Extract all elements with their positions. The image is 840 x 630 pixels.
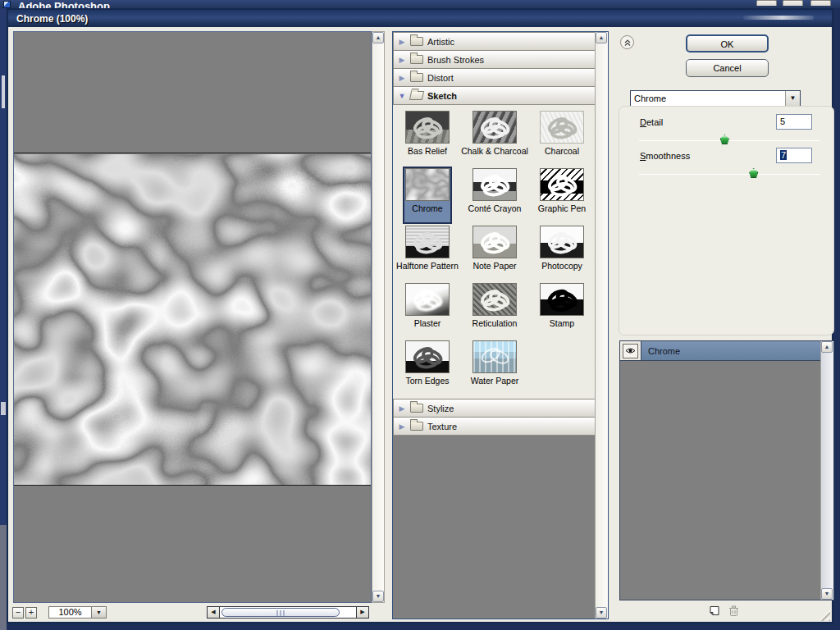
filter-thumb-bas-relief[interactable]: Bas Relief — [403, 109, 452, 167]
new-effect-layer-icon — [708, 605, 720, 617]
collapsed-arrow-icon: ▶ — [398, 74, 406, 82]
filter-list-scrollbar[interactable]: ▲ ▼ — [595, 32, 608, 619]
zoom-level-field[interactable]: 100% — [48, 606, 92, 619]
preview-canvas-margin-top — [14, 32, 371, 153]
ok-button[interactable]: OK — [686, 34, 769, 52]
folder-icon — [410, 422, 423, 431]
smoothness-label: Smoothness — [640, 151, 690, 161]
dialog-titlebar[interactable]: Chrome (100%) — [8, 10, 832, 27]
close-button[interactable] — [810, 0, 831, 6]
detail-slider-thumb[interactable] — [720, 135, 729, 144]
filter-thumb-graphic-pen[interactable]: Graphic Pen — [536, 167, 588, 224]
filter-thumb-water-paper[interactable]: Water Paper — [468, 339, 522, 396]
detail-label: Detail — [640, 117, 663, 127]
category-texture[interactable]: ▶ Texture — [393, 417, 596, 436]
detail-slider[interactable] — [639, 133, 820, 144]
filter-thumb-chrome-selected[interactable]: Chrome — [403, 167, 452, 224]
scroll-up-icon[interactable]: ▲ — [596, 32, 607, 43]
collapsed-arrow-icon: ▶ — [398, 38, 406, 46]
category-sketch[interactable]: ▼ Sketch — [393, 86, 596, 105]
folder-icon — [410, 73, 423, 82]
filter-thumb-stamp[interactable]: Stamp — [537, 281, 587, 339]
collapse-panel-button[interactable] — [620, 35, 634, 49]
scroll-down-icon[interactable]: ▼ — [372, 591, 384, 602]
parent-window-edge — [0, 8, 7, 630]
detail-value-field[interactable]: 5 — [776, 114, 812, 130]
preview-vertical-scrollbar[interactable]: ▲ ▼ — [372, 31, 385, 603]
effect-layer-row-chrome[interactable]: Chrome — [620, 341, 833, 361]
open-folder-icon — [409, 91, 424, 100]
collapsed-arrow-icon: ▶ — [398, 422, 406, 431]
chrome-filter-preview-image — [14, 154, 371, 485]
filter-preview[interactable] — [13, 31, 372, 603]
effect-layers-scrollbar[interactable]: ▲ ▼ — [820, 341, 833, 600]
filter-gallery-dialog: Chrome (100%) ▲ ▼ − + 100% ▼ ◀ — [7, 8, 833, 623]
horizontal-scrollbar-thumb[interactable] — [221, 608, 340, 617]
double-chevron-up-icon — [623, 39, 632, 47]
collapsed-arrow-icon: ▶ — [398, 56, 406, 64]
zoom-out-button[interactable]: − — [12, 607, 24, 619]
category-stylize[interactable]: ▶ Stylize — [393, 399, 596, 418]
photoshop-app-icon — [3, 1, 11, 8]
scroll-up-icon[interactable]: ▲ — [372, 32, 384, 43]
parent-window-title: Adobe Photoshop — [18, 1, 110, 8]
filter-thumb-plaster[interactable]: Plaster — [403, 281, 452, 339]
filter-thumb-torn-edges[interactable]: Torn Edges — [403, 339, 452, 396]
dropdown-arrow-icon[interactable]: ▼ — [785, 91, 800, 107]
scroll-up-icon[interactable]: ▲ — [821, 341, 833, 353]
collapsed-arrow-icon: ▶ — [398, 404, 406, 413]
zoom-in-button[interactable]: + — [25, 607, 37, 619]
layer-visibility-toggle[interactable] — [623, 344, 638, 358]
effect-layer-name: Chrome — [641, 346, 680, 356]
expanded-arrow-icon: ▼ — [398, 92, 406, 100]
scroll-right-icon[interactable]: ▶ — [356, 607, 368, 618]
filter-list-panel: ▶ Artistic ▶ Brush Strokes ▶ Distort ▼ — [392, 31, 609, 619]
cancel-button[interactable]: Cancel — [686, 59, 769, 77]
filter-select-dropdown[interactable]: Chrome ▼ — [630, 90, 801, 107]
scroll-down-icon[interactable]: ▼ — [821, 588, 833, 600]
preview-horizontal-scrollbar[interactable]: ◀ ▶ — [207, 606, 369, 619]
delete-effect-layer-button[interactable] — [727, 605, 741, 618]
category-artistic[interactable]: ▶ Artistic — [393, 32, 596, 51]
filter-thumb-charcoal[interactable]: Charcoal — [537, 109, 587, 167]
trash-icon — [728, 605, 739, 617]
resize-grip[interactable] — [819, 609, 830, 621]
filter-thumb-note-paper[interactable]: Note Paper — [470, 224, 519, 281]
scroll-down-icon[interactable]: ▼ — [596, 607, 607, 619]
new-effect-layer-button[interactable] — [707, 605, 721, 618]
category-brush-strokes[interactable]: ▶ Brush Strokes — [393, 50, 596, 69]
sketch-filter-grid: Bas Relief Chalk & Charcoal Charcoal Chr… — [393, 105, 596, 399]
parent-window-titlebar: Adobe Photoshop — [0, 0, 840, 8]
filter-thumb-reticulation[interactable]: Reticulation — [470, 281, 520, 339]
smoothness-slider-thumb[interactable] — [749, 168, 758, 178]
eye-icon — [625, 347, 636, 354]
preview-canvas-margin-bottom — [14, 485, 371, 603]
filter-thumb-photocopy[interactable]: Photocopy — [537, 224, 587, 281]
folder-icon — [410, 404, 423, 413]
smoothness-slider[interactable] — [639, 167, 820, 178]
scroll-left-icon[interactable]: ◀ — [208, 607, 220, 618]
effect-layers-list: Chrome ▲ ▼ — [619, 340, 834, 600]
dialog-title: Chrome (100%) — [8, 13, 88, 25]
titlebar-decoration — [743, 16, 814, 20]
category-distort[interactable]: ▶ Distort — [393, 68, 596, 87]
maximize-button[interactable] — [783, 0, 803, 6]
folder-icon — [410, 37, 423, 46]
filter-thumb-chalk-charcoal[interactable]: Chalk & Charcoal — [459, 109, 531, 167]
folder-icon — [410, 55, 423, 64]
filter-thumb-conte-crayon[interactable]: Conté Crayon — [466, 167, 524, 224]
filter-select-value: Chrome — [631, 91, 785, 107]
filter-thumb-halftone-pattern[interactable]: Halftone Pattern — [394, 224, 461, 281]
zoom-dropdown-arrow-icon[interactable]: ▼ — [92, 606, 107, 619]
minimize-button[interactable] — [756, 0, 777, 6]
smoothness-value-field[interactable]: 7 — [776, 148, 812, 163]
